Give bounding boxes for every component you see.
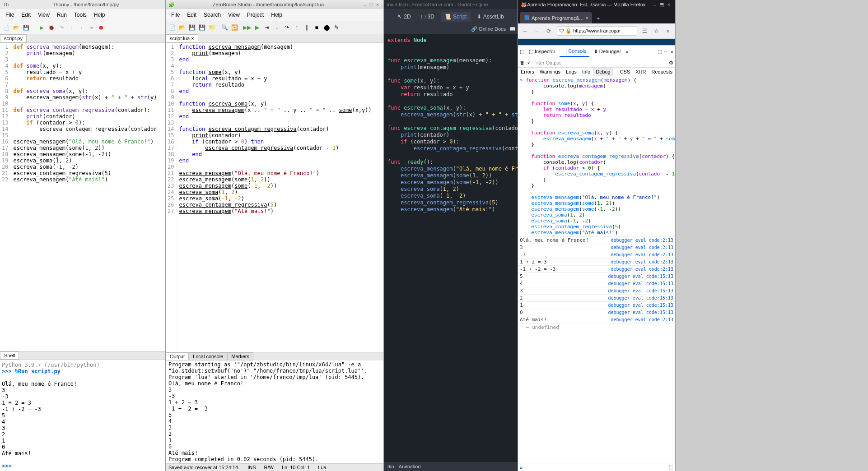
page-content[interactable] (518, 39, 675, 45)
break-icon[interactable]: ∥ (302, 23, 311, 32)
console-log-row[interactable]: Olá, meu nome é Franco!debugger eval cod… (518, 236, 675, 244)
maximize-icon[interactable]: ⬒ (658, 2, 665, 8)
more-tabs-icon[interactable]: » (625, 49, 628, 55)
minimize-icon[interactable]: – (651, 2, 658, 7)
step-into-icon[interactable]: ↓ (272, 23, 281, 32)
console-log-row[interactable]: 2debugger eval code:15:13 (518, 294, 675, 301)
debugger-tab[interactable]: ⬇ Debugger (591, 47, 624, 56)
new-tab-button[interactable]: + (594, 14, 602, 23)
stop-icon[interactable]: ⬢ (97, 23, 106, 32)
online-docs-link[interactable]: 🔗 Online Docs (471, 26, 506, 32)
menu-run[interactable]: Run (53, 10, 70, 20)
open-icon[interactable]: 📂 (177, 23, 187, 32)
save-icon[interactable]: 💾 (187, 23, 196, 32)
console-log-row[interactable]: -3debugger eval code:2:13 (518, 251, 675, 258)
save-icon[interactable]: 💾 (22, 23, 31, 32)
menu-file[interactable]: File (168, 10, 183, 20)
bottom-tab-audio[interactable]: dio (387, 464, 394, 469)
menu-help[interactable]: Help (90, 10, 109, 20)
console-tab[interactable]: ⬚ Console (560, 46, 589, 57)
start-debug-icon[interactable]: ▶ (252, 23, 261, 32)
cat-debug[interactable]: Debug (593, 68, 613, 76)
run-icon[interactable]: ▶ (37, 23, 46, 32)
zerobrane-code[interactable]: function escreva_mensagem(mensagem) prin… (177, 43, 383, 352)
lock-icon[interactable]: 🔒 (565, 28, 572, 33)
reader-icon[interactable]: ☰ (640, 28, 649, 34)
console-log-row[interactable]: 1debugger eval code:15:13 (518, 301, 675, 309)
replace-icon[interactable]: 🔁 (230, 23, 239, 32)
console-log-row[interactable]: -1 + -2 = -3debugger eval code:2:13 (518, 265, 675, 272)
console-log-row[interactable]: 4debugger eval code:15:13 (518, 280, 675, 287)
tab-close-icon[interactable]: × (191, 36, 194, 41)
shield-icon[interactable]: 🛡 (559, 28, 564, 33)
close-icon[interactable]: × (374, 2, 381, 7)
thonny-tab[interactable]: script.py (0, 34, 27, 42)
step-out-icon[interactable]: ↑ (292, 23, 301, 32)
console-log-row[interactable]: 0debugger eval code:15:13 (518, 309, 675, 316)
2d-button[interactable]: ↖ 2D (394, 12, 414, 22)
3d-button[interactable]: ⬚ 3D (417, 12, 438, 22)
stop-icon[interactable]: ■ (312, 23, 321, 32)
menu-tools[interactable]: Tools (70, 10, 90, 20)
find-icon[interactable]: 🔍 (220, 23, 229, 32)
project-dir-icon[interactable]: 📁 (207, 23, 216, 32)
devtools-menu-icon[interactable]: ⬚ (658, 49, 662, 55)
output-tab[interactable]: Output (166, 352, 189, 360)
console-input[interactable]: » ⬚ (518, 463, 675, 471)
back-icon[interactable]: ← (521, 28, 530, 34)
menu-help[interactable]: Help (267, 10, 286, 20)
overflow-icon[interactable]: » (663, 28, 672, 34)
console-log-row[interactable]: 3debugger eval code:15:13 (518, 287, 675, 294)
run-to-cursor-icon[interactable]: ⇥ (262, 23, 271, 32)
menu-view[interactable]: View (224, 10, 243, 20)
menu-search[interactable]: Search (200, 10, 224, 20)
inspector-tab[interactable]: ⬚ Inspector (526, 47, 558, 56)
pick-element-icon[interactable]: ⬚ (520, 49, 524, 55)
console-body[interactable]: » function escreva_mensagem(mensagem) { … (518, 76, 675, 463)
zerobrane-editor[interactable]: 1 2 3 4 5 6 7 8 9 10 11 12 13 14 15 16 1… (166, 43, 383, 352)
markers-tab[interactable]: Markers (227, 352, 253, 360)
menu-project[interactable]: Project (243, 10, 267, 20)
step-out-icon[interactable]: ↑ (77, 23, 86, 32)
cat-errors[interactable]: Errors (518, 68, 537, 76)
new-file-icon[interactable]: 📄 (2, 23, 11, 32)
thonny-editor[interactable]: 1 2 3 4 5 6 7 8 9 10 11 12 13 14 15 16 1… (0, 43, 165, 351)
console-log-row[interactable]: Até mais!debugger eval code:2:13 (518, 316, 675, 323)
tab-close-icon[interactable]: × (586, 15, 588, 21)
docs-icon[interactable]: 📖 (509, 26, 516, 32)
maximize-icon[interactable]: □ (368, 2, 374, 7)
menu-edit[interactable]: Edit (183, 10, 200, 20)
shell-body[interactable]: Python 3.9.7 (/usr/bin/python) >>> %Run … (0, 360, 165, 471)
minimize-icon[interactable]: – (362, 2, 368, 7)
run-icon[interactable]: ▶▶ (243, 23, 252, 32)
browser-tab[interactable]: 📘 Aprenda Programação: Estru × (520, 12, 592, 23)
local-console-tab[interactable]: Local console (189, 352, 227, 360)
trash-icon[interactable]: 🗑 (520, 60, 525, 65)
toggle-breakpoint-icon[interactable]: ⬤ (322, 23, 331, 32)
bookmark-icon[interactable]: ☆ (652, 28, 661, 34)
cat-requests[interactable]: Requests (649, 68, 675, 76)
step-in-icon[interactable]: ↓ (67, 23, 76, 32)
reload-icon[interactable]: ⟳ (544, 28, 553, 34)
step-over-icon[interactable]: ↷ (282, 23, 291, 32)
multiline-icon[interactable]: ⬚ (669, 464, 673, 470)
bottom-tab-animation[interactable]: Animation (399, 464, 421, 469)
cat-warnings[interactable]: Warnings (537, 68, 563, 76)
shell-tab[interactable]: Shell (0, 351, 19, 360)
script-button[interactable]: 📜 Script (441, 12, 471, 22)
godot-editor[interactable]: extends Node func escreva_mensagem(mensa… (384, 34, 518, 462)
cat-info[interactable]: Info (579, 68, 593, 76)
address-bar[interactable]: 🛡 🔒 https://www.francogar (556, 26, 637, 36)
output-body[interactable]: Program starting as '"/opt/zbstudio/bin/… (166, 360, 383, 463)
save-all-icon[interactable]: 💾 (197, 23, 206, 32)
devtools-close-icon[interactable]: × (671, 49, 673, 55)
open-file-icon[interactable]: 📂 (12, 23, 21, 32)
console-log-row[interactable]: 3debugger eval code:2:13 (518, 244, 675, 251)
close-icon[interactable]: × (665, 2, 672, 7)
console-log-row[interactable]: 1 + 2 = 3debugger eval code:2:13 (518, 258, 675, 265)
debug-icon[interactable]: 🐞 (47, 23, 56, 32)
devtools-settings-icon[interactable]: ⋯ (664, 49, 669, 55)
console-log-row[interactable]: 5debugger eval code:15:13 (518, 272, 675, 280)
cat-logs[interactable]: Logs (563, 68, 579, 76)
settings-gear-icon[interactable]: ⚙ (669, 60, 673, 66)
